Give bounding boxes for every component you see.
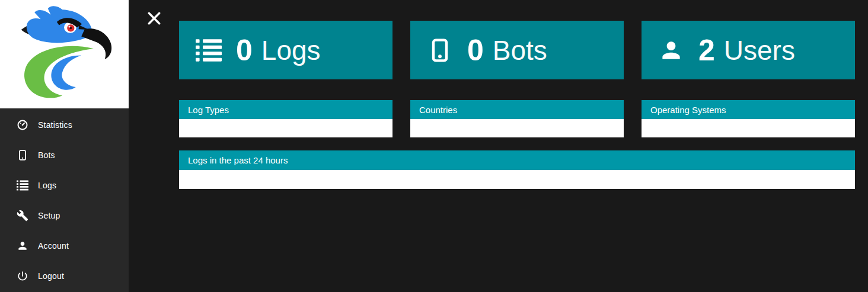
- sidebar-nav: Statistics Bots Logs Setup Account: [0, 110, 129, 291]
- sidebar-toggle-button[interactable]: [145, 8, 166, 29]
- sidebar-item-label: Setup: [38, 211, 60, 220]
- sidebar-item-statistics[interactable]: Statistics: [0, 110, 129, 140]
- sidebar-item-label: Bots: [38, 150, 55, 160]
- stat-card-bots[interactable]: 0 Bots: [410, 21, 624, 79]
- sidebar-item-label: Statistics: [38, 120, 72, 130]
- app-logo[interactable]: [0, 0, 129, 108]
- sidebar-item-logout[interactable]: Logout: [0, 261, 129, 291]
- sidebar-item-bots[interactable]: Bots: [0, 140, 129, 170]
- panel-countries: Countries: [410, 100, 624, 137]
- close-icon: [145, 9, 166, 28]
- panel-title: Logs in the past 24 hours: [179, 150, 855, 170]
- panel-title: Operating Systems: [642, 100, 855, 119]
- stat-label: Users: [724, 37, 795, 64]
- panel-chart-area: [179, 170, 855, 189]
- smartphone-icon: [17, 149, 28, 161]
- stat-card-users[interactable]: 2 Users: [642, 21, 855, 79]
- panel-logs-past-24-hours: Logs in the past 24 hours: [179, 150, 855, 189]
- stat-cards-row: 0 Logs 0 Bots 2 Users: [179, 21, 855, 79]
- main-content: 0 Logs 0 Bots 2 Users Log Types Countrie…: [129, 0, 868, 292]
- sidebar-item-logs[interactable]: Logs: [0, 170, 129, 200]
- stat-label: Bots: [493, 37, 547, 64]
- sidebar-item-account[interactable]: Account: [0, 230, 129, 261]
- sidebar-item-label: Account: [38, 241, 69, 251]
- eagle-logo-icon: [8, 3, 122, 106]
- sidebar-item-label: Logout: [38, 271, 64, 281]
- sidebar-item-setup[interactable]: Setup: [0, 200, 129, 230]
- power-icon: [17, 270, 28, 282]
- chart-panels-row: Log Types Countries Operating Systems: [179, 100, 855, 137]
- panel-chart-area: [179, 119, 392, 137]
- list-icon: [17, 179, 28, 191]
- panel-chart-area: [410, 119, 624, 137]
- sidebar-item-label: Logs: [38, 181, 56, 190]
- smartphone-icon: [427, 37, 453, 63]
- wrench-icon: [17, 210, 28, 222]
- stat-label: Logs: [261, 37, 321, 64]
- list-icon: [196, 37, 222, 63]
- panel-log-types: Log Types: [179, 100, 392, 137]
- stat-value: 0: [236, 36, 253, 65]
- stat-value: 2: [698, 36, 715, 65]
- person-icon: [658, 37, 684, 63]
- panel-operating-systems: Operating Systems: [642, 100, 855, 137]
- panel-title: Countries: [410, 100, 624, 119]
- sidebar: Statistics Bots Logs Setup Account: [0, 0, 129, 292]
- stat-card-logs[interactable]: 0 Logs: [179, 21, 392, 79]
- panel-title: Log Types: [179, 100, 392, 119]
- panel-chart-area: [642, 119, 855, 137]
- gauge-icon: [17, 119, 28, 131]
- person-icon: [17, 240, 28, 252]
- stat-value: 0: [467, 36, 484, 65]
